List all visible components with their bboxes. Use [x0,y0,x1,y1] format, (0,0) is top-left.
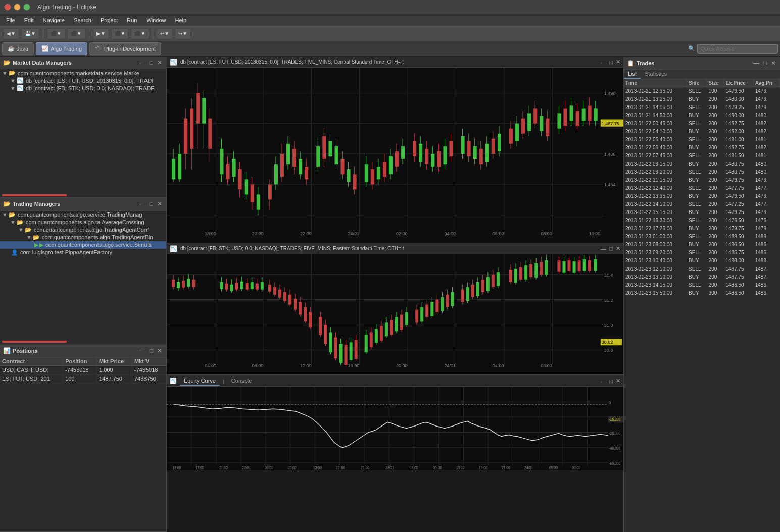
chart-es-close[interactable]: ✕ [616,59,620,65]
trade-row-23[interactable]: 2013-01-23 13:10:00 BUY 200 1487.75 1487… [624,273,780,281]
trade-row-19[interactable]: 2013-01-23 08:00:00 BUY 200 1486.50 1486… [624,241,780,249]
svg-text:12:00: 12:00 [300,363,312,368]
minimize-button[interactable] [14,4,21,11]
trade-row-9[interactable]: 2013-01-22 09:15:00 BUY 200 1480.75 1480… [624,160,780,168]
menu-navigate[interactable]: Navigate [39,16,69,24]
trade-row-20[interactable]: 2013-01-23 09:20:00 SELL 200 1485.75 148… [624,249,780,257]
trading-item-1[interactable]: ▼ 📂 com.quantcomponents.algo.ta.AverageC… [0,219,166,226]
market-data-maximize[interactable]: □ [149,59,154,66]
perspective-plugin[interactable]: 🔌 Plug-in Development [89,42,161,55]
trade-time-19: 2013-01-23 08:00:00 [624,241,687,249]
menu-help[interactable]: Help [171,16,191,24]
toolbar-btn-4[interactable]: ⬛▼ [67,28,85,39]
toolbar-btn-7[interactable]: ⬛▼ [131,28,149,39]
trading-managers-minimize[interactable]: — [138,200,147,207]
trade-row-18[interactable]: 2013-01-23 01:00:00 SELL 200 1489.50 148… [624,233,780,241]
tab-equity-curve[interactable]: Equity Curve [180,377,220,386]
trade-row-0[interactable]: 2013-01-21 12:35:00 SELL 100 1479.50 147… [624,87,780,95]
market-data-item-0[interactable]: ▼ 📂 com.quantcomponents.marketdata.servi… [0,69,166,77]
trade-row-13[interactable]: 2013-01-22 13:35:00 BUY 200 1479.50 1479… [624,192,780,200]
trade-row-12[interactable]: 2013-01-22 12:40:00 SELL 200 1477.75 147… [624,184,780,192]
perspective-algotrading[interactable]: 📈 Algo Trading [36,42,87,55]
trade-row-7[interactable]: 2013-01-22 06:40:00 BUY 200 1482.75 1482… [624,144,780,152]
positions-close[interactable]: ✕ [156,347,163,354]
trade-size-0: 100 [707,87,724,95]
toolbar-btn-8[interactable]: ↩▼ [157,28,173,39]
toolbar-btn-9[interactable]: ↪▼ [175,28,191,39]
equity-close[interactable]: ✕ [616,378,620,384]
trade-row-3[interactable]: 2013-01-21 14:50:00 BUY 200 1480.00 1480… [624,112,780,120]
trades-close[interactable]: ✕ [770,60,777,67]
trade-row-22[interactable]: 2013-01-23 12:10:00 SELL 200 1487.75 148… [624,265,780,273]
tab-list[interactable]: List [624,70,641,79]
position-row-0[interactable]: USD; CASH; USD; -7455018 1.000 -7455018 [0,366,166,375]
trading-item-2[interactable]: ▼ 📂 com.quantcomponents.algo.TradingAgen… [0,226,166,234]
trading-managers-close[interactable]: ✕ [156,200,163,207]
trade-row-2[interactable]: 2013-01-21 14:05:00 SELL 200 1479.25 147… [624,103,780,112]
toolbar-btn-3[interactable]: ⬛▼ [47,28,65,39]
market-data-item-2[interactable]: ▼ 📉 db [contract [FB; STK; USD; 0.0; NAS… [0,84,166,92]
trade-row-5[interactable]: 2013-01-22 04:10:00 BUY 200 1482.00 1482… [624,128,780,136]
trading-item-4[interactable]: ▶ ▶ com.quantcomponents.algo.service.Sim… [0,241,166,249]
menu-run[interactable]: Run [123,16,141,24]
toolbar-btn-2[interactable]: 💾▼ [21,28,39,39]
trades-maximize[interactable]: □ [762,60,768,67]
trade-row-4[interactable]: 2013-01-22 00:45:00 SELL 200 1482.75 148… [624,120,780,128]
menu-file[interactable]: File [2,16,19,24]
trades-table-container[interactable]: Time Side Size Ex.Price Avg.Pri 2013-01-… [624,79,780,532]
menu-project[interactable]: Project [96,16,122,24]
app-title: Algo Trading - Eclipse [37,4,96,11]
trade-row-16[interactable]: 2013-01-22 16:30:00 SELL 200 1476.50 147… [624,217,780,225]
trade-row-25[interactable]: 2013-01-23 15:50:00 BUY 300 1486.50 1486… [624,289,780,297]
chart-es-min[interactable]: — [601,59,606,65]
trade-row-21[interactable]: 2013-01-23 10:40:00 BUY 200 1488.00 1488… [624,257,780,265]
toolbar-btn-5[interactable]: ▶▼ [93,28,109,39]
positions-maximize[interactable]: □ [149,347,154,354]
trading-scrollbar[interactable] [2,341,164,343]
positions-minimize[interactable]: — [138,347,147,354]
menu-window[interactable]: Window [142,16,170,24]
trade-row-11[interactable]: 2013-01-22 11:15:00 BUY 200 1479.75 1479… [624,176,780,184]
toolbar: ◀▼ 💾▼ ⬛▼ ⬛▼ ▶▼ ⬛▼ ⬛▼ ↩▼ ↪▼ [0,26,780,41]
quick-access-input[interactable] [697,44,778,54]
trade-row-8[interactable]: 2013-01-22 07:45:00 SELL 200 1481.50 148… [624,152,780,160]
menu-edit[interactable]: Edit [20,16,38,24]
menu-search[interactable]: Search [70,16,95,24]
trade-avgpri-12: 1477. [753,184,779,192]
trade-row-6[interactable]: 2013-01-22 05:40:00 SELL 200 1481.00 148… [624,136,780,144]
tab-console[interactable]: Console [227,377,256,386]
chart-fb-max[interactable]: □ [609,246,613,252]
trade-row-10[interactable]: 2013-01-22 09:20:00 SELL 200 1480.75 148… [624,168,780,176]
trade-side-4: SELL [687,120,707,128]
toolbar-btn-6[interactable]: ⬛▼ [111,28,129,39]
trading-item-0[interactable]: ▼ 📂 com.quantcomponents.algo.service.Tra… [0,211,166,219]
trade-size-6: 200 [707,136,724,144]
trades-title: Trades [637,60,750,66]
chart-es-max[interactable]: □ [609,59,613,65]
t-arrow-0: ▼ [2,211,8,218]
toolbar-btn-1[interactable]: ◀▼ [3,28,19,39]
equity-minimize[interactable]: — [601,378,606,384]
market-data-scrollbar[interactable] [2,194,164,196]
market-data-minimize[interactable]: — [138,59,147,66]
trade-row-24[interactable]: 2013-01-23 14:15:00 SELL 200 1486.50 148… [624,281,780,289]
close-button[interactable] [4,4,11,11]
window-controls[interactable] [4,4,30,11]
tab-statistics[interactable]: Statistics [641,70,671,79]
chart-fb-min[interactable]: — [601,246,606,252]
market-data-item-1[interactable]: ▼ 📉 db [contract [ES; FUT; USD; 20130315… [0,77,166,84]
trading-item-5[interactable]: 👤 com.luigisgro.test.PippoAgentFactory [0,249,166,256]
trade-row-15[interactable]: 2013-01-22 15:15:00 BUY 200 1479.25 1479… [624,208,780,217]
trade-row-1[interactable]: 2013-01-21 13:25:00 BUY 200 1480.00 1479… [624,95,780,103]
chart-fb-close[interactable]: ✕ [616,245,620,252]
trade-row-14[interactable]: 2013-01-22 14:10:00 SELL 200 1477.25 147… [624,200,780,208]
trading-managers-maximize[interactable]: □ [149,200,154,207]
equity-maximize[interactable]: □ [609,378,613,384]
trades-minimize[interactable]: — [752,60,760,67]
market-data-close[interactable]: ✕ [156,59,163,66]
maximize-button[interactable] [23,4,30,11]
perspective-java[interactable]: ☕ Java [2,42,34,55]
position-row-1[interactable]: ES; FUT; USD; 201 100 1487.750 7438750 [0,375,166,383]
trade-row-17[interactable]: 2013-01-22 17:25:00 BUY 200 1479.75 1479… [624,225,780,233]
trading-item-3[interactable]: ▼ 📂 com.quantcomponents.algo.TradingAgen… [0,234,166,241]
